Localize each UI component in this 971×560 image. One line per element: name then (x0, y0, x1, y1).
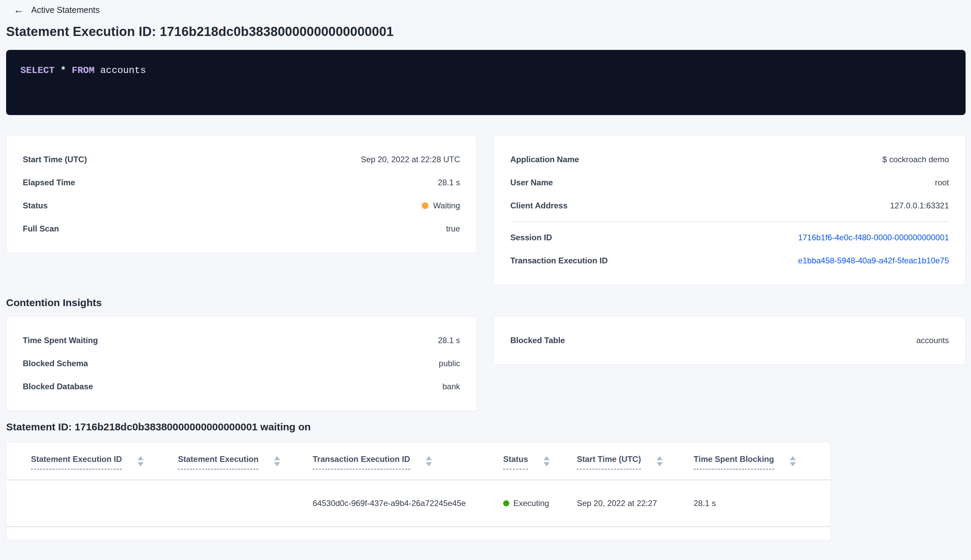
sort-icon[interactable] (137, 456, 143, 466)
sql-star: * (60, 65, 66, 76)
blocked-table-card: Blocked Table accounts (494, 316, 966, 365)
row-client-address: Client Address 127.0.0.1:63321 (510, 194, 949, 217)
client-address-value: 127.0.0.1:63321 (890, 201, 949, 210)
blocked-database-label: Blocked Database (23, 382, 93, 391)
table-row: 64530d0c-969f-437e-a9b4-26a72245e45e Exe… (7, 480, 831, 527)
column-header-statement-execution-id[interactable]: Statement Execution ID (31, 455, 178, 470)
table-header-row: Statement Execution ID Statement Executi… (7, 442, 831, 480)
contention-details-card: Time Spent Waiting 28.1 s Blocked Schema… (6, 316, 477, 411)
breadcrumb-label[interactable]: Active Statements (31, 5, 100, 15)
status-label: Status (23, 201, 48, 210)
blocked-schema-label: Blocked Schema (23, 359, 88, 368)
cell-start-time: Sep 20, 2022 at 22:27 (577, 498, 694, 508)
row-transaction-execution-id: Transaction Execution ID e1bba458-5948-4… (510, 249, 949, 272)
page-title: Statement Execution ID: 1716b218dc0b3838… (6, 25, 966, 39)
column-label[interactable]: Statement Execution (178, 455, 259, 470)
waiting-on-table: Statement Execution ID Statement Executi… (6, 442, 831, 540)
start-time-value: Sep 20, 2022 at 22:28 UTC (361, 155, 460, 164)
column-header-start-time[interactable]: Start Time (UTC) (577, 455, 694, 470)
row-status: Status Waiting (23, 194, 460, 217)
application-name-value: $ cockroach demo (883, 155, 949, 164)
sort-icon[interactable] (657, 456, 663, 466)
column-label[interactable]: Start Time (UTC) (577, 455, 641, 470)
status-value: Waiting (422, 201, 460, 210)
full-scan-label: Full Scan (23, 224, 59, 233)
row-blocked-schema: Blocked Schema public (23, 352, 460, 375)
blocked-schema-value: public (439, 359, 460, 368)
application-name-label: Application Name (510, 155, 579, 164)
row-elapsed-time: Elapsed Time 28.1 s (23, 171, 460, 194)
sort-icon[interactable] (274, 456, 280, 466)
summary-cards-row: Start Time (UTC) Sep 20, 2022 at 22:28 U… (6, 135, 966, 285)
sql-keyword-select: SELECT (20, 65, 55, 76)
status-text: Waiting (433, 201, 460, 210)
column-header-time-spent-blocking[interactable]: Time Spent Blocking (694, 455, 820, 470)
user-name-value: root (935, 178, 949, 187)
column-header-statement-execution[interactable]: Statement Execution (178, 455, 313, 470)
column-label[interactable]: Status (503, 455, 528, 470)
column-label[interactable]: Time Spent Blocking (694, 455, 774, 470)
cell-status: Executing (503, 498, 577, 508)
sql-table-name: accounts (100, 65, 146, 76)
row-session-id: Session ID 1716b1f6-4e0c-f480-0000-00000… (510, 226, 949, 249)
row-application-name: Application Name $ cockroach demo (510, 148, 949, 171)
sql-statement-box: SELECT * FROM accounts (6, 50, 966, 115)
time-spent-waiting-label: Time Spent Waiting (23, 336, 98, 345)
row-full-scan: Full Scan true (23, 217, 460, 240)
client-address-label: Client Address (510, 201, 567, 210)
sort-icon[interactable] (426, 456, 432, 466)
row-start-time: Start Time (UTC) Sep 20, 2022 at 22:28 U… (23, 148, 460, 171)
row-time-spent-waiting: Time Spent Waiting 28.1 s (23, 329, 460, 352)
row-user-name: User Name root (510, 171, 949, 194)
transaction-execution-id-link[interactable]: e1bba458-5948-40a9-a42f-5feac1b10e75 (798, 256, 949, 265)
session-details-card: Application Name $ cockroach demo User N… (494, 135, 966, 285)
back-arrow-icon[interactable]: ← (13, 5, 24, 15)
sort-icon[interactable] (790, 456, 796, 466)
time-spent-waiting-value: 28.1 s (438, 336, 460, 345)
session-id-label: Session ID (510, 233, 552, 242)
execution-details-card: Start Time (UTC) Sep 20, 2022 at 22:28 U… (6, 135, 477, 253)
breadcrumb-active-statements[interactable]: ← Active Statements (6, 3, 966, 16)
cell-transaction-execution-id: 64530d0c-969f-437e-a9b4-26a72245e45e (313, 498, 503, 508)
column-label[interactable]: Transaction Execution ID (313, 455, 410, 470)
column-label[interactable]: Statement Execution ID (31, 455, 122, 470)
transaction-execution-id-label: Transaction Execution ID (510, 256, 608, 265)
start-time-label: Start Time (UTC) (23, 155, 87, 164)
session-id-link[interactable]: 1716b1f6-4e0c-f480-0000-000000000001 (798, 233, 949, 242)
cell-time-spent-blocking: 28.1 s (694, 498, 820, 508)
statement-execution-details-page: ← Active Statements Statement Execution … (0, 0, 971, 560)
contention-insights-heading: Contention Insights (6, 297, 966, 308)
elapsed-time-value: 28.1 s (438, 178, 460, 187)
blocked-database-value: bank (442, 382, 460, 391)
waiting-status-dot-icon (422, 202, 429, 209)
column-header-transaction-execution-id[interactable]: Transaction Execution ID (313, 455, 503, 470)
waiting-on-heading: Statement ID: 1716b218dc0b38380000000000… (6, 421, 966, 433)
blocked-table-value: accounts (916, 336, 949, 345)
row-blocked-table: Blocked Table accounts (510, 329, 949, 352)
status-text: Executing (513, 498, 549, 508)
executing-status-dot-icon (503, 500, 509, 507)
user-name-label: User Name (510, 178, 553, 187)
blocked-table-label: Blocked Table (510, 336, 565, 345)
sort-icon[interactable] (544, 456, 550, 466)
elapsed-time-label: Elapsed Time (23, 178, 75, 187)
column-header-status[interactable]: Status (503, 455, 577, 470)
contention-cards-row: Time Spent Waiting 28.1 s Blocked Schema… (6, 316, 966, 411)
row-blocked-database: Blocked Database bank (23, 375, 460, 398)
card-divider (510, 221, 949, 222)
full-scan-value: true (446, 224, 460, 233)
sql-keyword-from: FROM (72, 65, 94, 76)
